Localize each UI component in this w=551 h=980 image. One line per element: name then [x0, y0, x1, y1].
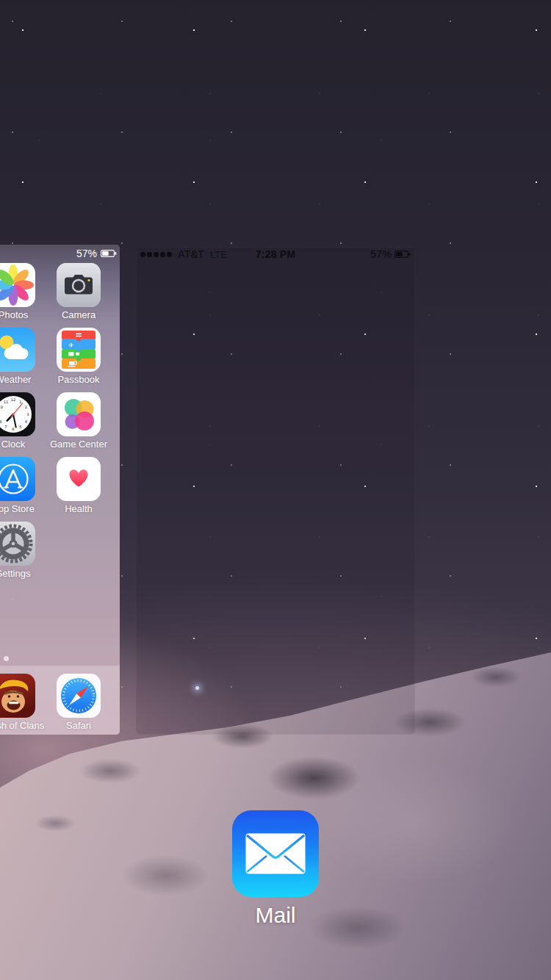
app-weather[interactable]: Weather [0, 328, 46, 385]
clock-icon: 1212 345 678 91011 [0, 392, 35, 436]
app-label: Settings [0, 568, 46, 579]
app-settings[interactable]: Settings [0, 522, 46, 579]
battery-percent: 57% [370, 248, 392, 260]
focused-app-label: Mail [0, 903, 551, 928]
app-switcher-home-card[interactable]: 57% Photos [0, 245, 120, 735]
svg-text:1: 1 [19, 400, 21, 404]
app-photos[interactable]: Photos [0, 263, 46, 320]
status-bar: AT&T LTE 7:28 PM 57% [136, 247, 415, 262]
svg-text:✈: ✈ [68, 342, 74, 349]
app-camera[interactable]: Camera [46, 263, 111, 320]
game-center-icon [57, 392, 101, 436]
app-store-icon [0, 457, 35, 501]
settings-icon [0, 522, 35, 566]
camera-icon [57, 263, 101, 307]
weather-icon [0, 328, 35, 372]
app-health[interactable]: Health [46, 457, 111, 514]
health-icon [57, 457, 101, 501]
svg-text:5: 5 [19, 425, 21, 429]
app-label: Game Center [46, 439, 111, 450]
home-card-status-bar: 57% [76, 248, 117, 259]
mail-icon[interactable] [232, 810, 319, 897]
svg-text:6: 6 [12, 427, 14, 431]
svg-text:8: 8 [0, 419, 1, 424]
app-label: Photos [0, 309, 46, 320]
app-label: Clash of Clans [0, 720, 46, 731]
app-game-center[interactable]: Game Center [46, 392, 111, 450]
battery-icon [395, 251, 411, 258]
app-label: Safari [46, 720, 111, 731]
battery-icon [101, 250, 117, 257]
battery-percent: 57% [76, 248, 97, 259]
envelope-glyph [245, 832, 306, 875]
app-label: Passbook [46, 374, 111, 385]
app-passbook[interactable]: ✈ Passbook [46, 328, 111, 385]
svg-text:12: 12 [11, 397, 16, 402]
safari-icon [57, 674, 101, 718]
app-clock[interactable]: 1212 345 678 91011 Clock [0, 392, 46, 450]
app-label: Health [46, 503, 111, 514]
svg-text:10: 10 [0, 405, 3, 409]
app-clash-of-clans[interactable]: Clash of Clans [0, 674, 46, 731]
svg-text:2: 2 [25, 405, 27, 409]
page-indicator-dot [4, 656, 9, 661]
app-label: App Store [0, 503, 46, 514]
clash-of-clans-icon [0, 674, 35, 718]
app-label: Clock [0, 439, 46, 450]
app-switcher-mail-card[interactable]: AT&T LTE 7:28 PM 57% [136, 247, 415, 735]
svg-text:7: 7 [4, 425, 7, 429]
app-safari[interactable]: Safari [46, 674, 111, 731]
svg-text:3: 3 [26, 412, 29, 417]
app-label: Camera [46, 309, 111, 320]
app-label: Weather [0, 374, 46, 385]
photos-icon [0, 263, 35, 307]
app-app-store[interactable]: App Store [0, 457, 46, 514]
passbook-icon: ✈ [57, 328, 101, 372]
svg-text:11: 11 [4, 400, 9, 404]
